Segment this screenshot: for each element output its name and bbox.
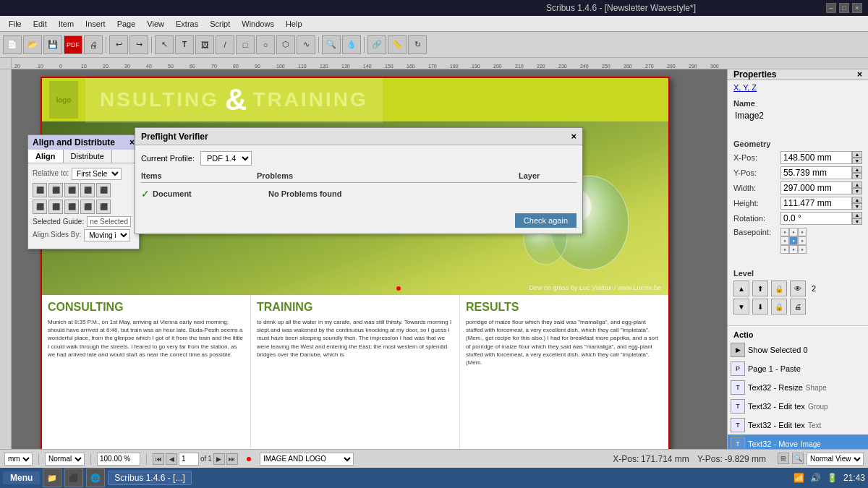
- maximize-btn[interactable]: □: [839, 3, 849, 13]
- bp-tl[interactable]: [780, 228, 789, 236]
- xpos-down[interactable]: ▼: [852, 158, 862, 164]
- tb-new[interactable]: 📄: [3, 35, 22, 54]
- menu-insert[interactable]: Insert: [80, 18, 111, 30]
- width-down[interactable]: ▼: [852, 188, 862, 194]
- rotation-down[interactable]: ▼: [852, 218, 862, 225]
- bp-tc[interactable]: [789, 228, 798, 236]
- zoom-input[interactable]: [97, 453, 140, 466]
- tb-text[interactable]: T: [175, 35, 194, 54]
- level-print-btn[interactable]: 🖨: [790, 299, 806, 314]
- menu-item[interactable]: Item: [53, 18, 80, 30]
- bp-br[interactable]: [798, 245, 807, 254]
- text32-edit-row[interactable]: T Text32 - Edit tex Group: [728, 397, 868, 416]
- menu-help[interactable]: Help: [280, 18, 308, 30]
- bp-bl[interactable]: [780, 245, 789, 254]
- height-up[interactable]: ▲: [852, 197, 862, 203]
- ypos-up[interactable]: ▲: [852, 166, 862, 173]
- properties-close-btn[interactable]: ×: [857, 69, 862, 80]
- align-tl-btn[interactable]: ⬛: [48, 200, 63, 214]
- width-input[interactable]: 297.000 mm: [780, 181, 852, 194]
- align-tc-btn[interactable]: ⬛: [64, 200, 79, 214]
- browser-btn[interactable]: 🌐: [86, 468, 105, 487]
- menu-extras[interactable]: Extras: [170, 18, 204, 30]
- xyz-link[interactable]: X, Y, Z: [733, 83, 757, 92]
- tb-save[interactable]: 💾: [43, 35, 62, 54]
- bp-tr[interactable]: [798, 228, 807, 236]
- canvas-area[interactable]: logo NSULTING & TRAINING: [12, 69, 727, 449]
- unit-select[interactable]: mm: [4, 453, 33, 466]
- rotation-input[interactable]: 0.0 °: [780, 212, 852, 225]
- align-right-btn[interactable]: ⬛: [64, 183, 79, 197]
- bp-mc[interactable]: [789, 236, 798, 245]
- preflight-profile-select[interactable]: PDF 1.4: [200, 151, 252, 166]
- align-top-btn[interactable]: ⬛: [80, 183, 95, 197]
- level-vis-btn[interactable]: 👁: [790, 281, 806, 296]
- level-up-btn[interactable]: ▲: [733, 281, 749, 296]
- tb-image[interactable]: 🖼: [195, 35, 214, 54]
- tb-ellipse[interactable]: ○: [256, 35, 275, 54]
- first-page-btn[interactable]: ⏮: [153, 453, 164, 465]
- menu-edit[interactable]: Edit: [27, 18, 53, 30]
- align-sides-select[interactable]: Moving i: [84, 229, 130, 241]
- start-menu-btn[interactable]: Menu: [3, 471, 40, 484]
- xpos-input[interactable]: 148.500 mm: [780, 151, 852, 164]
- tb-rotate[interactable]: ↻: [408, 35, 427, 54]
- text32-edit2-row[interactable]: T Text32 - Edit tex Text: [728, 416, 868, 435]
- bp-ml[interactable]: [780, 236, 789, 245]
- tb-zoom[interactable]: 🔍: [322, 35, 341, 54]
- level-down-btn[interactable]: ▼: [733, 299, 749, 314]
- tb-eyedrop[interactable]: 💧: [342, 35, 361, 54]
- text32-resize-row[interactable]: T Text32 - Resize Shape: [728, 378, 868, 397]
- tb-undo[interactable]: ↩: [109, 35, 128, 54]
- tab-distribute[interactable]: Distribute: [64, 150, 112, 163]
- tb-open[interactable]: 📂: [23, 35, 42, 54]
- relative-to-select[interactable]: First Sele: [72, 168, 122, 180]
- ypos-down[interactable]: ▼: [852, 173, 862, 179]
- tb-bezier[interactable]: ∿: [297, 35, 315, 54]
- last-page-btn[interactable]: ⏭: [226, 453, 238, 465]
- align-left-btn[interactable]: ⬛: [33, 183, 47, 197]
- tb-link[interactable]: 🔗: [367, 35, 386, 54]
- page1-paste-row[interactable]: P Page 1 - Paste: [728, 359, 868, 378]
- bp-bc[interactable]: [789, 245, 798, 254]
- render-mode-select[interactable]: Normal View: [807, 453, 864, 466]
- bp-mr[interactable]: [798, 236, 807, 245]
- layer-select[interactable]: IMAGE AND LOGO: [260, 453, 354, 466]
- text32-move-row[interactable]: T Text32 - Move Image: [728, 435, 868, 449]
- menu-script[interactable]: Script: [204, 18, 236, 30]
- align-center-h-btn[interactable]: ⬛: [48, 183, 63, 197]
- align-bl-btn[interactable]: ⬛: [96, 200, 111, 214]
- tb-pdf[interactable]: PDF: [64, 35, 82, 54]
- check-again-button[interactable]: Check again: [515, 213, 576, 228]
- menu-windows[interactable]: Windows: [236, 18, 280, 30]
- fit-view-btn[interactable]: ⊞: [778, 453, 789, 464]
- height-down[interactable]: ▼: [852, 203, 862, 210]
- prev-page-btn[interactable]: ◀: [166, 453, 177, 465]
- xpos-up[interactable]: ▲: [852, 151, 862, 158]
- terminal-btn[interactable]: ⬛: [64, 468, 83, 487]
- close-btn[interactable]: ×: [852, 3, 862, 13]
- align-tr-btn[interactable]: ⬛: [80, 200, 95, 214]
- zoom-mode-select[interactable]: Normal: [45, 453, 85, 466]
- menu-page[interactable]: Page: [111, 18, 142, 30]
- rotation-up[interactable]: ▲: [852, 212, 862, 218]
- align-close-btn[interactable]: ×: [129, 137, 135, 147]
- file-manager-btn[interactable]: 📁: [43, 468, 61, 487]
- width-up[interactable]: ▲: [852, 181, 862, 188]
- level-bottom-btn[interactable]: ⬇: [752, 299, 768, 314]
- level-top-btn[interactable]: ⬆: [752, 281, 768, 296]
- scribus-taskbar-item[interactable]: Scribus 1.4.6 - [...]: [108, 471, 191, 485]
- menu-view[interactable]: View: [141, 18, 170, 30]
- height-input[interactable]: 111.477 mm: [780, 197, 852, 210]
- tab-align[interactable]: Align: [28, 150, 64, 163]
- menu-file[interactable]: File: [3, 18, 27, 30]
- preflight-close-btn[interactable]: ×: [571, 131, 576, 142]
- tb-print[interactable]: 🖨: [84, 35, 103, 54]
- show-selected-row[interactable]: ▶ Show Selected 0: [728, 341, 868, 359]
- tb-polygon[interactable]: ⬡: [276, 35, 295, 54]
- minimize-btn[interactable]: –: [826, 3, 836, 13]
- tb-measure[interactable]: 📏: [388, 35, 407, 54]
- ypos-input[interactable]: 55.739 mm: [780, 166, 852, 179]
- tb-line[interactable]: /: [216, 35, 234, 54]
- zoom-out-btn[interactable]: 🔍: [792, 453, 804, 464]
